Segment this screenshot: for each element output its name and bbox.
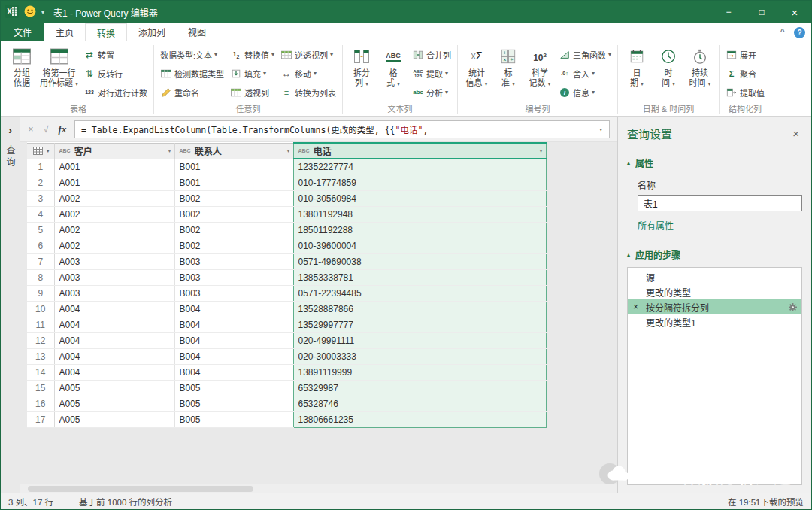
- cell[interactable]: 020-49991111: [293, 332, 546, 348]
- ribbon-button[interactable]: 展开: [723, 45, 768, 64]
- cell[interactable]: A001: [54, 175, 174, 190]
- ribbon-button[interactable]: 拆分列▾: [346, 44, 377, 89]
- cell[interactable]: 13806661235: [293, 411, 546, 427]
- minimize-button[interactable]: −: [712, 1, 745, 23]
- ribbon-tab[interactable]: 添加列: [127, 23, 177, 41]
- ribbon-button[interactable]: 日期▾: [621, 44, 653, 89]
- row-number[interactable]: 9: [27, 285, 54, 301]
- row-number[interactable]: 12: [27, 332, 54, 348]
- applied-step[interactable]: ×按分隔符拆分列: [628, 299, 801, 314]
- step-settings-gear-icon[interactable]: [789, 303, 797, 311]
- table-select-all[interactable]: ▾: [27, 143, 54, 159]
- ribbon-button[interactable]: ↔移动▾: [277, 64, 339, 83]
- cell[interactable]: B004: [174, 348, 293, 364]
- cell[interactable]: A003: [54, 253, 174, 269]
- ribbon-tab[interactable]: 主页: [44, 23, 85, 41]
- cell[interactable]: B002: [174, 222, 293, 238]
- row-number[interactable]: 14: [27, 364, 54, 380]
- cell[interactable]: B003: [174, 253, 293, 269]
- ribbon-button[interactable]: ABC格式▾: [377, 44, 409, 89]
- ribbon-button[interactable]: 检测数据类型: [157, 64, 227, 83]
- cell[interactable]: 65329987: [293, 380, 546, 396]
- cell[interactable]: 13801192948: [293, 206, 546, 222]
- quick-access-dropdown-icon[interactable]: ▾: [41, 9, 44, 16]
- cell[interactable]: A005: [54, 396, 174, 411]
- formula-input[interactable]: = Table.ExpandListColumn(Table.Transform…: [74, 120, 610, 138]
- row-number[interactable]: 1: [27, 159, 54, 175]
- cell[interactable]: B002: [174, 190, 293, 206]
- cell[interactable]: 13853338781: [293, 269, 546, 285]
- ribbon-button[interactable]: 三角函数▾: [556, 45, 614, 64]
- filter-dropdown-icon[interactable]: ▾: [283, 147, 289, 154]
- close-panel-icon[interactable]: ×: [792, 127, 802, 140]
- cell[interactable]: A005: [54, 380, 174, 396]
- ribbon-button[interactable]: 持续时间▾: [684, 44, 716, 89]
- filter-dropdown-icon[interactable]: ▾: [165, 147, 171, 154]
- cell[interactable]: 12352227774: [293, 159, 546, 175]
- ribbon-button[interactable]: ≡转换为列表: [277, 83, 339, 102]
- ribbon-button[interactable]: ABC123提取▾: [409, 64, 454, 83]
- expand-queries-pane-button[interactable]: ›: [8, 124, 12, 136]
- cell[interactable]: A003: [54, 269, 174, 285]
- cell[interactable]: B002: [174, 238, 293, 253]
- ribbon-button[interactable]: abc分析▾: [409, 83, 454, 102]
- ribbon-button[interactable]: 数据类型:文本▾: [157, 45, 227, 64]
- cell[interactable]: B002: [174, 206, 293, 222]
- ribbon-button[interactable]: i信息▾: [556, 83, 614, 102]
- cell[interactable]: B005: [174, 411, 293, 427]
- ribbon-tab[interactable]: 转换: [85, 23, 127, 41]
- row-number[interactable]: 17: [27, 411, 54, 427]
- cell[interactable]: 010-17774859: [293, 175, 546, 190]
- query-name-input[interactable]: 表1: [638, 195, 802, 211]
- column-header[interactable]: ABC客户▾: [54, 143, 174, 159]
- cell[interactable]: A004: [54, 317, 174, 332]
- row-number[interactable]: 10: [27, 301, 54, 317]
- ribbon-button[interactable]: 时间▾: [653, 44, 684, 89]
- ribbon-button[interactable]: Σ聚合: [723, 64, 768, 83]
- ribbon-tab[interactable]: 视图: [177, 23, 217, 41]
- ribbon-button[interactable]: 逆透视列▾: [277, 45, 339, 64]
- cell[interactable]: A004: [54, 332, 174, 348]
- column-header[interactable]: ABC电话▾: [293, 143, 546, 159]
- cell[interactable]: A002: [54, 206, 174, 222]
- row-number[interactable]: 3: [27, 190, 54, 206]
- ribbon-button[interactable]: ⇄转置: [80, 45, 150, 64]
- cell[interactable]: 18501192288: [293, 222, 546, 238]
- cell[interactable]: B005: [174, 380, 293, 396]
- ribbon-button[interactable]: 将第一行用作标题▾: [38, 44, 80, 89]
- cell[interactable]: 13891119999: [293, 364, 546, 380]
- collapse-ribbon-icon[interactable]: ^: [780, 27, 785, 36]
- row-number[interactable]: 6: [27, 238, 54, 253]
- ribbon-button[interactable]: .0↑舍入▾: [556, 64, 614, 83]
- cell[interactable]: A002: [54, 238, 174, 253]
- close-button[interactable]: ×: [778, 1, 811, 23]
- applied-step[interactable]: 源: [628, 269, 801, 284]
- row-number[interactable]: 5: [27, 222, 54, 238]
- cell[interactable]: B005: [174, 396, 293, 411]
- ribbon-button[interactable]: 提取值: [723, 83, 768, 102]
- cell[interactable]: B004: [174, 364, 293, 380]
- cell[interactable]: A004: [54, 364, 174, 380]
- cell[interactable]: A004: [54, 301, 174, 317]
- ribbon-button[interactable]: 重命名: [157, 83, 227, 102]
- ribbon-button[interactable]: 分组依据: [6, 44, 38, 88]
- ribbon-button[interactable]: 123对行进行计数: [80, 83, 150, 102]
- scrollbar-thumb[interactable]: [28, 486, 253, 492]
- ribbon-button[interactable]: 102科学记数▾: [524, 44, 556, 89]
- cell[interactable]: 13529997777: [293, 317, 546, 332]
- row-number[interactable]: 2: [27, 175, 54, 190]
- cell[interactable]: A004: [54, 348, 174, 364]
- ribbon-button[interactable]: 透视列: [227, 83, 277, 102]
- formula-expand-icon[interactable]: ▾: [593, 126, 603, 133]
- formula-accept-icon[interactable]: √: [38, 124, 53, 135]
- cell[interactable]: 010-39600004: [293, 238, 546, 253]
- applied-step[interactable]: 更改的类型1: [628, 314, 801, 329]
- cell[interactable]: 010-30560984: [293, 190, 546, 206]
- row-number[interactable]: 8: [27, 269, 54, 285]
- cell[interactable]: B004: [174, 317, 293, 332]
- column-header[interactable]: ABC联系人▾: [174, 143, 293, 159]
- cell[interactable]: B003: [174, 285, 293, 301]
- cell[interactable]: 65328746: [293, 396, 546, 411]
- filter-dropdown-icon[interactable]: ▾: [536, 147, 542, 154]
- ribbon-button[interactable]: XΣ统计信息▾: [461, 44, 492, 89]
